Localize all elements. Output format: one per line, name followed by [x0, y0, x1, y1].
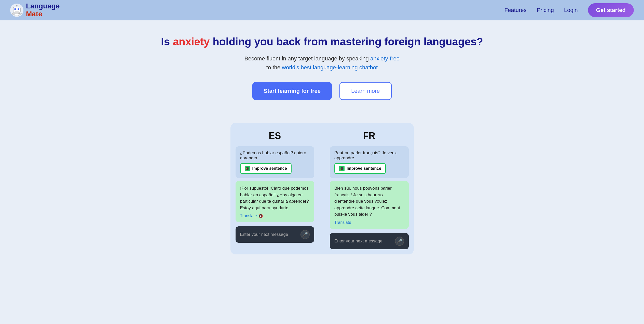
- nav-links: Features Pricing Login Get started: [504, 3, 634, 17]
- fr-chat-panel: FR Peut-on parler français? Je veux appr…: [330, 131, 409, 249]
- es-user-bubble: ¿Podemos hablar español? quiero aprender…: [236, 146, 314, 178]
- svg-rect-8: [12, 13, 14, 14]
- subtext-middle: to the: [266, 64, 282, 71]
- logo-language: Language: [26, 2, 60, 10]
- es-translate-link[interactable]: Translate 🔇: [240, 214, 263, 218]
- es-chat-panel: ES ¿Podemos hablar español? quiero apren…: [236, 131, 314, 249]
- pricing-link[interactable]: Pricing: [537, 7, 554, 14]
- svg-rect-6: [15, 11, 19, 11]
- chat-demo-section: ES ¿Podemos hablar español? quiero apren…: [0, 123, 644, 254]
- fr-user-message: Peut-on parler français? Je veux apprend…: [334, 150, 404, 161]
- svg-rect-5: [18, 8, 19, 10]
- hero-section: Is anxiety holding you back from masteri…: [0, 20, 644, 123]
- features-link[interactable]: Features: [504, 7, 527, 14]
- svg-rect-9: [19, 13, 21, 14]
- fr-improve-button[interactable]: 🎓 Improve sentence: [334, 163, 386, 174]
- es-bot-message: ¡Por supuesto! ¡Claro que podemos hablar…: [240, 185, 310, 211]
- es-mic-button[interactable]: 🎤: [300, 230, 310, 239]
- hero-subtext: Become fluent in any target language by …: [5, 54, 639, 72]
- svg-point-3: [16, 5, 18, 6]
- headline-suffix: holding you back from mastering foreign …: [210, 36, 483, 48]
- hero-headline: Is anxiety holding you back from masteri…: [5, 36, 639, 48]
- fr-translate-label: Translate: [334, 220, 351, 225]
- fr-translate-link[interactable]: Translate: [334, 220, 351, 225]
- fr-lang-label: FR: [330, 131, 409, 141]
- start-learning-button[interactable]: Start learning for free: [252, 82, 332, 100]
- logo-text: Language Mate: [26, 2, 60, 18]
- fr-mic-button[interactable]: 🎤: [395, 237, 404, 246]
- panel-divider: [322, 131, 322, 249]
- es-lang-label: ES: [236, 131, 314, 141]
- chat-container: ES ¿Podemos hablar español? quiero apren…: [230, 123, 414, 254]
- logo-mate: Mate: [26, 10, 60, 18]
- es-bot-bubble: ¡Por supuesto! ¡Claro que podemos hablar…: [236, 181, 314, 222]
- improve-icon: 🎓: [245, 166, 250, 171]
- svg-rect-4: [14, 8, 16, 10]
- improve-label: Improve sentence: [252, 166, 287, 171]
- subtext-anxiety-free: anxiety-free: [370, 55, 400, 62]
- svg-rect-7: [15, 13, 19, 16]
- fr-bot-message: Bien sûr, nous pouvons parler français !…: [334, 185, 404, 218]
- fr-user-bubble: Peut-on parler français? Je veux apprend…: [330, 146, 409, 178]
- es-user-message: ¿Podemos hablar español? quiero aprender: [240, 150, 310, 161]
- svg-rect-1: [13, 7, 20, 13]
- fr-bot-bubble: Bien sûr, nous pouvons parler français !…: [330, 181, 409, 229]
- es-input-placeholder[interactable]: Enter your next message: [240, 232, 288, 237]
- fr-improve-icon: 🎓: [339, 166, 345, 171]
- subtext-world-best: world's best language-learning chatbot: [282, 64, 378, 71]
- headline-anxiety: anxiety: [173, 36, 210, 48]
- es-improve-button[interactable]: 🎓 Improve sentence: [240, 163, 292, 174]
- fr-improve-label: Improve sentence: [347, 166, 381, 171]
- get-started-button[interactable]: Get started: [588, 3, 634, 17]
- fr-input-bar: Enter your next message 🎤: [330, 233, 409, 249]
- subtext-prefix: Become fluent in any target language by …: [244, 55, 370, 62]
- es-mic-icon: 🎤: [302, 232, 308, 237]
- learn-more-button[interactable]: Learn more: [339, 82, 392, 100]
- logo[interactable]: Language Mate: [10, 2, 60, 18]
- es-sound-icon: 🔇: [258, 214, 263, 218]
- login-link[interactable]: Login: [564, 7, 578, 14]
- headline-prefix: Is: [161, 36, 173, 48]
- fr-mic-icon: 🎤: [397, 238, 402, 244]
- es-input-bar: Enter your next message 🎤: [236, 226, 314, 243]
- hero-buttons: Start learning for free Learn more: [5, 82, 639, 100]
- navbar: Language Mate Features Pricing Login Get…: [0, 0, 644, 20]
- logo-robot-icon: [10, 4, 23, 17]
- es-translate-label: Translate: [240, 214, 257, 218]
- fr-input-placeholder[interactable]: Enter your next message: [334, 239, 382, 244]
